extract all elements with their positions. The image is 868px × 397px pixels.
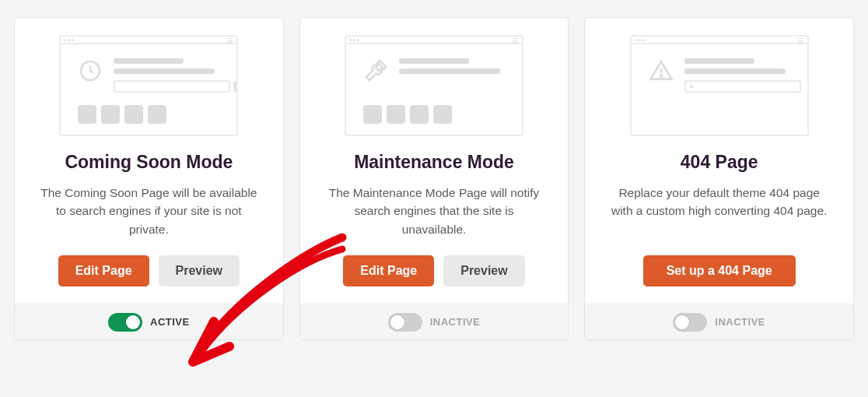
warning-icon (649, 58, 674, 83)
card-description: Replace your default theme 404 page with… (600, 184, 838, 240)
button-row: Set up a 404 Page (643, 255, 796, 286)
card-title: Coming Soon Mode (65, 152, 233, 173)
active-toggle[interactable] (388, 313, 422, 332)
toggle-status-label: INACTIVE (430, 316, 481, 328)
button-row: Edit Page Preview (58, 255, 240, 286)
edit-page-button[interactable]: Edit Page (58, 255, 149, 286)
maintenance-illustration (345, 35, 523, 136)
setup-404-button[interactable]: Set up a 404 Page (643, 255, 796, 286)
button-row: Edit Page Preview (343, 255, 524, 286)
card-footer: INACTIVE (585, 304, 853, 339)
mode-cards-row: Coming Soon Mode The Coming Soon Page wi… (14, 17, 854, 340)
card-description: The Maintenance Mode Page will notify se… (316, 184, 553, 240)
maintenance-mode-card: Maintenance Mode The Maintenance Mode Pa… (299, 17, 569, 340)
card-title: Maintenance Mode (354, 152, 514, 173)
card-title: 404 Page (681, 152, 758, 173)
coming-soon-illustration (59, 35, 238, 136)
svg-point-2 (690, 85, 693, 88)
toggle-status-label: ACTIVE (150, 316, 190, 328)
active-toggle[interactable] (673, 313, 707, 332)
coming-soon-card: Coming Soon Mode The Coming Soon Page wi… (14, 17, 284, 340)
card-footer: INACTIVE (300, 304, 569, 339)
svg-point-1 (660, 76, 662, 77)
toggle-status-label: INACTIVE (715, 316, 765, 328)
card-footer: ACTIVE (15, 304, 283, 339)
active-toggle[interactable] (108, 313, 142, 332)
404-illustration (630, 35, 809, 136)
clock-icon (78, 58, 103, 83)
preview-button[interactable]: Preview (159, 255, 240, 286)
edit-page-button[interactable]: Edit Page (343, 255, 434, 286)
card-description: The Coming Soon Page will be available t… (30, 184, 268, 240)
tools-icon (363, 58, 388, 83)
preview-button[interactable]: Preview (443, 255, 524, 286)
404-page-card: 404 Page Replace your default theme 404 … (584, 17, 854, 340)
